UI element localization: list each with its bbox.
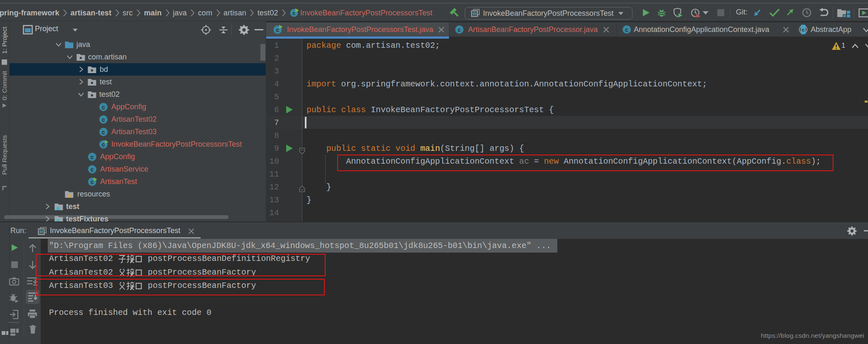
- svg-text:c: c: [91, 154, 94, 160]
- svg-text:c: c: [458, 27, 461, 33]
- svg-text:c: c: [91, 166, 94, 173]
- svg-text:c: c: [802, 27, 804, 33]
- svg-text:c: c: [292, 10, 295, 16]
- svg-text:c: c: [102, 104, 105, 111]
- svg-text:c: c: [91, 179, 94, 185]
- svg-text:c: c: [102, 129, 105, 135]
- svg-text:c: c: [102, 116, 105, 123]
- svg-text:c: c: [276, 27, 280, 33]
- svg-text:c: c: [102, 141, 105, 148]
- svg-text:c: c: [625, 27, 628, 33]
